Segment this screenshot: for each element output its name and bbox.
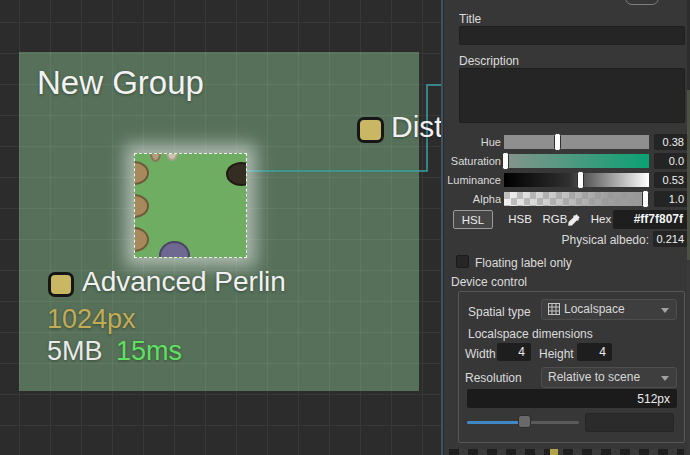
input-port-icon <box>166 153 178 161</box>
saturation-value[interactable]: 0.0 <box>654 153 688 169</box>
resolution-slider-fill <box>467 421 520 424</box>
device-control-section-label: Device control <box>451 275 527 289</box>
description-label: Description <box>459 54 519 68</box>
chevron-down-icon <box>661 308 669 313</box>
spatial-type-value: Localspace <box>564 302 625 316</box>
alpha-slider-row: Alpha 1.0 <box>444 192 688 209</box>
chevron-down-icon <box>661 376 669 381</box>
resolution-value: Relative to scene <box>548 370 640 384</box>
luminance-slider-handle[interactable] <box>577 171 584 189</box>
hex-mode-button[interactable]: Hex <box>586 210 616 229</box>
dist-node-icon[interactable] <box>357 117 384 143</box>
alpha-value[interactable]: 1.0 <box>654 191 688 207</box>
advanced-perlin-node-title[interactable]: Advanced Perlin <box>82 266 286 298</box>
spatial-type-dropdown[interactable]: Localspace <box>541 299 677 320</box>
dist-node-title[interactable]: Dist <box>391 110 443 144</box>
width-field[interactable]: 4 <box>497 343 531 361</box>
localspace-dimensions-label: Localspace dimensions <box>468 327 593 341</box>
advanced-perlin-node-preview[interactable] <box>134 153 247 258</box>
empty-value-field[interactable] <box>585 413 674 432</box>
advanced-perlin-node-icon[interactable] <box>48 272 74 297</box>
hex-value-field[interactable]: #ff7f807f <box>613 210 688 229</box>
luminance-value[interactable]: 0.53 <box>654 172 688 188</box>
saturation-label: Saturation <box>444 155 501 167</box>
clipped-bottom-widget <box>449 449 684 455</box>
luminance-slider-row: Luminance 0.53 <box>444 173 688 190</box>
title-input[interactable] <box>459 26 685 45</box>
clipped-bottom-widget-marker <box>550 449 558 455</box>
saturation-slider-handle[interactable] <box>502 152 509 170</box>
group-title[interactable]: New Group <box>37 64 204 102</box>
color-mode-row: HSL HSB RGB Hex #ff7f807f <box>444 210 688 230</box>
floating-label-only-checkbox[interactable] <box>456 255 469 268</box>
title-label: Title <box>459 12 481 26</box>
hue-label: Hue <box>444 136 501 148</box>
alpha-slider-handle[interactable] <box>642 190 649 208</box>
hue-slider[interactable] <box>504 135 649 149</box>
properties-panel: Title Description Hue 0.38 Saturation 0.… <box>443 0 687 455</box>
physical-albedo-value[interactable]: 0.214 <box>653 231 688 247</box>
eyedropper-icon[interactable] <box>565 210 583 229</box>
height-label: Height <box>539 347 574 361</box>
spatial-type-label: Spatial type <box>468 305 531 319</box>
node-memory-badge: 5MB <box>47 336 103 367</box>
hue-slider-row: Hue 0.38 <box>444 135 688 152</box>
physical-albedo-label: Physical albedo: <box>504 233 649 247</box>
resolution-label: Resolution <box>465 371 522 385</box>
input-port-icon[interactable] <box>134 194 149 218</box>
hue-value[interactable]: 0.38 <box>654 134 688 150</box>
input-port-icon[interactable] <box>134 161 149 185</box>
luminance-label: Luminance <box>444 174 501 186</box>
hsl-mode-button[interactable]: HSL <box>453 210 493 229</box>
alpha-label: Alpha <box>444 193 501 205</box>
saturation-slider-row: Saturation 0.0 <box>444 154 688 171</box>
luminance-slider[interactable] <box>504 173 649 187</box>
saturation-slider[interactable] <box>504 154 649 168</box>
hue-slider-handle[interactable] <box>554 133 561 151</box>
description-input[interactable] <box>459 68 685 123</box>
input-port-icon <box>150 153 161 162</box>
app-window: New Group Advanced Perlin 1024px 5MB 15m… <box>0 0 690 455</box>
resolution-slider-handle[interactable] <box>518 415 531 428</box>
alpha-slider[interactable] <box>504 192 649 206</box>
width-label: Width <box>465 347 496 361</box>
input-port-icon <box>159 241 190 258</box>
input-port-icon[interactable] <box>134 227 149 252</box>
height-field[interactable]: 4 <box>577 343 612 361</box>
output-port-icon[interactable] <box>226 162 247 186</box>
panel-top-button[interactable] <box>625 0 659 5</box>
grid-icon <box>548 303 560 315</box>
resolution-px-field[interactable]: 512px <box>467 389 677 408</box>
floating-label-only-label[interactable]: Floating label only <box>475 256 572 270</box>
node-render-time-badge: 15ms <box>116 336 182 367</box>
node-resolution-badge: 1024px <box>47 304 136 335</box>
resolution-dropdown[interactable]: Relative to scene <box>541 367 677 388</box>
